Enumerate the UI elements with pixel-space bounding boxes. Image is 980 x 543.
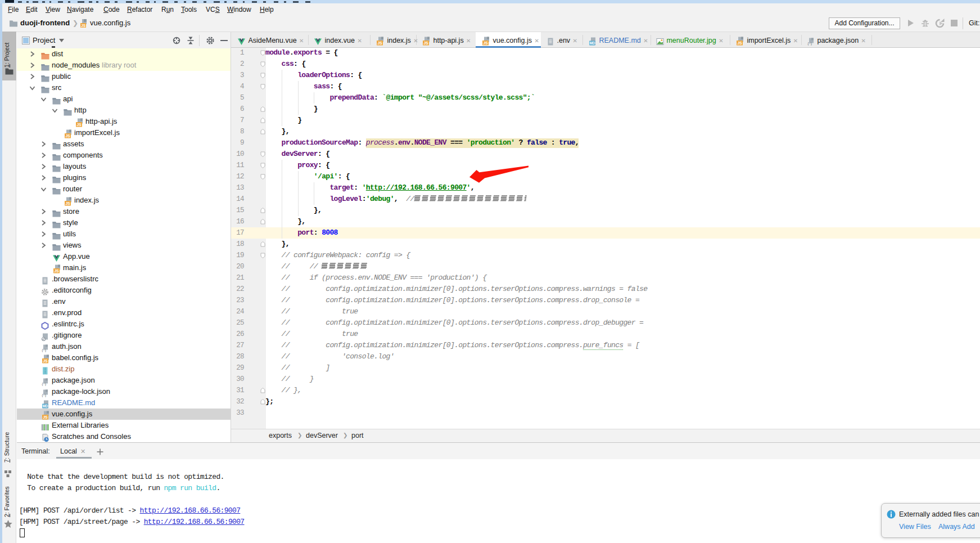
svg-text:{·}: {·} <box>42 382 46 386</box>
svg-text:JS: JS <box>377 41 382 45</box>
svg-text:JS: JS <box>423 41 428 45</box>
svg-text:JS: JS <box>54 269 59 273</box>
svg-text:MD: MD <box>42 404 48 408</box>
svg-text:JS: JS <box>483 41 488 45</box>
svg-text:JS: JS <box>76 123 82 127</box>
svg-text:MD: MD <box>589 41 595 45</box>
svg-text:JS: JS <box>65 201 70 205</box>
svg-text:JS: JS <box>43 359 48 363</box>
svg-text:{·}: {·} <box>807 41 812 46</box>
svg-text:JS: JS <box>81 24 86 28</box>
svg-text:{·}: {·} <box>42 348 46 352</box>
svg-text:{·}: {·} <box>42 393 46 397</box>
svg-text:JS: JS <box>43 415 48 419</box>
svg-text:JS: JS <box>65 134 70 138</box>
svg-text:JS: JS <box>737 41 742 45</box>
